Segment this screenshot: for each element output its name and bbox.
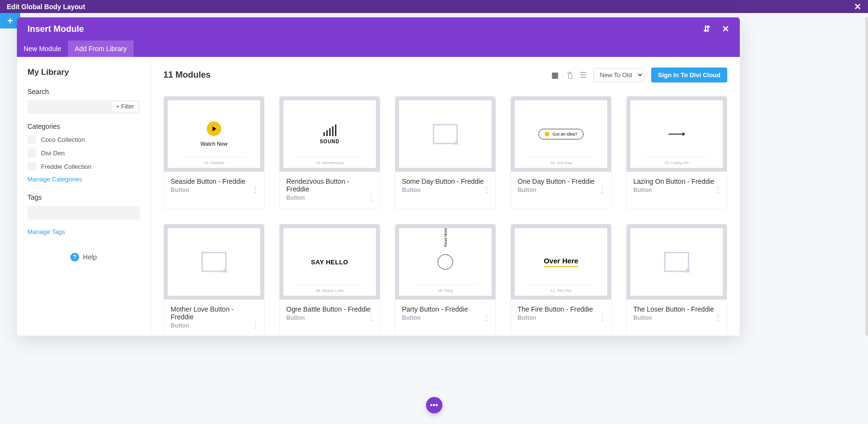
- module-type: Button: [633, 315, 720, 321]
- sort-select[interactable]: New To Old: [593, 68, 644, 82]
- insert-module-modal: Insert Module ⇵ ✕ New Module Add From Li…: [17, 17, 740, 336]
- search-input[interactable]: + Filter: [27, 100, 140, 114]
- categories-label: Categories: [27, 123, 140, 130]
- more-options-icon[interactable]: ⋮: [483, 185, 491, 194]
- module-card[interactable]: Some Day Button - FreddieButton⋮: [395, 96, 496, 209]
- help-icon: ?: [70, 253, 79, 261]
- module-card[interactable]: Over Here11: The FireThe Fire Button - F…: [510, 224, 612, 336]
- module-thumbnail: SOUND14: Rendezvous: [280, 96, 380, 172]
- tag-view-icon[interactable]: 🏷: [565, 71, 574, 79]
- tab-add-from-library[interactable]: Add From Library: [68, 41, 134, 57]
- module-title: Mother Love Button - Freddie: [171, 305, 257, 321]
- modal-tabs: New Module Add From Library: [17, 41, 740, 57]
- module-title: Some Day Button - Freddie: [402, 178, 489, 185]
- top-bar-title: Edit Global Body Layout: [7, 3, 85, 11]
- module-title: One Day Button - Freddie: [518, 178, 604, 185]
- module-type: Button: [171, 322, 257, 329]
- module-type: Button: [518, 187, 604, 193]
- module-title: The Loser Button - Freddie: [633, 305, 720, 313]
- module-type: Button: [633, 187, 720, 193]
- module-card[interactable]: Read More10: PartyParty Button - Freddie…: [395, 224, 496, 336]
- module-card[interactable]: Mother Love Button - FreddieButton⋮: [163, 224, 265, 336]
- module-type: Button: [518, 315, 604, 321]
- module-card[interactable]: Got an idea?18: One DayOne Day Button - …: [510, 96, 612, 209]
- more-options-icon[interactable]: ⋮: [367, 193, 375, 202]
- manage-categories-link[interactable]: Manage Categories: [27, 176, 140, 183]
- module-card[interactable]: SAY HELLO08: Mother LoveOgre Battle Butt…: [279, 224, 380, 336]
- more-options-icon[interactable]: ⋮: [714, 313, 722, 322]
- category-item[interactable]: Divi Den: [27, 149, 140, 157]
- checkbox[interactable]: [27, 149, 36, 157]
- module-type: Button: [286, 315, 373, 321]
- module-thumbnail: Watch Now13: Seaside: [164, 96, 264, 172]
- module-type: Button: [286, 194, 373, 201]
- module-count: 11 Modules: [163, 70, 211, 80]
- modal-header: Insert Module ⇵ ✕: [17, 17, 740, 41]
- help-link[interactable]: ? Help: [27, 253, 140, 261]
- module-type: Button: [171, 187, 257, 193]
- manage-tags-link[interactable]: Manage Tags: [27, 228, 140, 235]
- module-type: Button: [402, 315, 489, 321]
- module-thumbnail: [395, 96, 495, 172]
- more-options-icon[interactable]: ⋮: [714, 185, 722, 194]
- checkbox[interactable]: [27, 162, 36, 171]
- checkbox[interactable]: [27, 135, 36, 144]
- close-modal-icon[interactable]: ✕: [722, 24, 729, 34]
- more-options-icon[interactable]: ⋮: [252, 185, 259, 194]
- module-title: Rendezvous Button - Freddie: [286, 178, 373, 193]
- more-options-icon[interactable]: ⋮: [252, 321, 259, 330]
- sidebar-title: My Library: [27, 68, 140, 77]
- module-thumbnail: [164, 224, 264, 300]
- scrollbar[interactable]: [865, 17, 868, 336]
- module-thumbnail: [627, 224, 727, 300]
- module-card[interactable]: SOUND14: RendezvousRendezvous Button - F…: [279, 96, 380, 209]
- module-card[interactable]: The Loser Button - FreddieButton⋮: [626, 224, 727, 336]
- sidebar: My Library Search + Filter Categories Co…: [17, 57, 151, 336]
- more-options-icon[interactable]: ⋮: [599, 185, 606, 194]
- floating-actions-button[interactable]: •••: [426, 397, 442, 413]
- close-icon[interactable]: ✕: [854, 1, 861, 12]
- module-title: Seaside Button - Freddie: [171, 178, 257, 185]
- tab-new-module[interactable]: New Module: [17, 41, 68, 57]
- list-view-icon[interactable]: ☰: [580, 70, 587, 80]
- module-thumbnail: Got an idea?18: One Day: [511, 96, 611, 172]
- module-thumbnail: 03: Lazing On: [627, 96, 727, 172]
- more-options-icon[interactable]: ⋮: [367, 313, 375, 322]
- more-options-icon[interactable]: ⋮: [599, 313, 606, 322]
- tags-input[interactable]: [27, 206, 140, 219]
- category-item[interactable]: Coco Collection: [27, 135, 140, 144]
- module-thumbnail: Over Here11: The Fire: [511, 224, 611, 300]
- grid-view-icon[interactable]: ▦: [551, 70, 559, 80]
- module-thumbnail: Read More10: Party: [395, 224, 495, 300]
- more-options-icon[interactable]: ⋮: [483, 313, 491, 322]
- tags-label: Tags: [27, 193, 140, 201]
- signin-button[interactable]: Sign In To Divi Cloud: [651, 68, 727, 82]
- module-thumbnail: SAY HELLO08: Mother Love: [280, 224, 380, 300]
- category-item[interactable]: Freddie Collection: [27, 162, 140, 171]
- module-type: Button: [402, 187, 489, 193]
- module-title: Ogre Battle Button - Freddie: [286, 305, 373, 313]
- content-area: 11 Modules ▦ 🏷 ☰ New To Old Sign In To D…: [151, 57, 740, 336]
- search-label: Search: [27, 88, 140, 96]
- module-card[interactable]: 03: Lazing OnLazing On Button - FreddieB…: [626, 96, 727, 209]
- filter-button[interactable]: + Filter: [112, 102, 138, 111]
- module-title: Party Button - Freddie: [402, 305, 489, 313]
- top-bar: Edit Global Body Layout ✕: [0, 0, 868, 13]
- expand-icon[interactable]: ⇵: [703, 24, 710, 34]
- module-card[interactable]: Watch Now13: SeasideSeaside Button - Fre…: [163, 96, 265, 209]
- modal-title: Insert Module: [27, 24, 84, 34]
- module-title: Lazing On Button - Freddie: [633, 178, 720, 185]
- module-title: The Fire Button - Freddie: [518, 305, 604, 313]
